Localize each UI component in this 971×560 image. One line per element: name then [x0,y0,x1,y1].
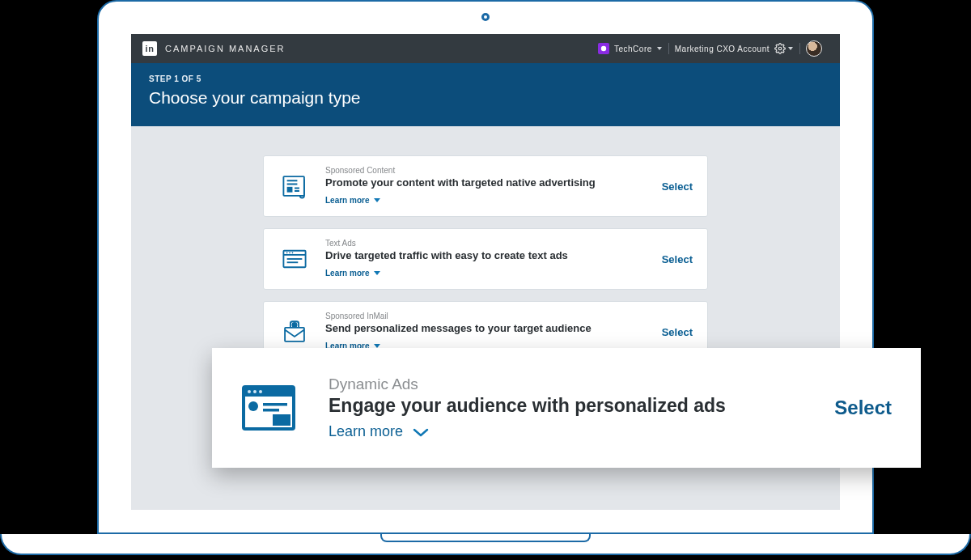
caret-down-icon [657,47,662,50]
gear-icon [774,43,786,54]
svg-text:in: in [293,323,296,327]
card-title: Send personalized messages to your targe… [325,322,647,334]
step-counter: STEP 1 OF 5 [149,74,822,83]
chevron-down-icon [374,198,380,202]
card-eyebrow: Sponsored InMail [325,312,647,320]
select-button[interactable]: Select [662,180,693,193]
svg-point-20 [248,390,251,393]
laptop-notch [380,534,591,542]
step-header: STEP 1 OF 5 Choose your campaign type [131,63,840,126]
app-title: CAMPAIGN MANAGER [165,44,286,53]
svg-point-0 [601,46,606,51]
select-button[interactable]: Select [662,326,693,338]
dynamic-ads-icon [236,382,301,434]
org-switcher[interactable]: TechCore [592,40,668,57]
svg-rect-5 [287,187,293,193]
select-button[interactable]: Select [834,397,892,419]
campaign-card-text-ads[interactable]: Text Ads Drive targeted traffic with eas… [263,228,708,290]
learn-more-link[interactable]: Learn more [325,196,380,205]
svg-point-10 [286,252,288,254]
org-name: TechCore [614,45,652,53]
page-title: Choose your campaign type [149,88,822,108]
card-eyebrow: Sponsored Content [325,166,647,175]
svg-point-23 [248,401,258,411]
org-badge-icon [598,43,609,54]
campaign-type-list: Sponsored Content Promote your content w… [263,155,708,363]
app-header: in CAMPAIGN MANAGER TechCore Marketing C… [131,34,840,63]
card-title: Promote your content with targeted nativ… [325,176,647,189]
svg-point-11 [289,252,290,254]
sponsored-inmail-icon: in [278,318,311,346]
learn-more-link[interactable]: Learn more [325,269,380,278]
card-eyebrow: Text Ads [325,239,647,248]
account-name: Marketing CXO Account [675,45,770,53]
chevron-down-icon [374,271,380,275]
avatar [806,40,822,57]
card-title: Engage your audience with personalized a… [329,395,807,417]
select-button[interactable]: Select [662,253,693,265]
svg-rect-15 [285,328,304,342]
card-title: Drive targeted traffic with easy to crea… [325,249,647,261]
camera-icon [481,13,490,21]
laptop-base [0,534,971,555]
svg-rect-2 [283,176,304,196]
sponsored-content-icon [278,172,311,200]
campaign-card-sponsored-content[interactable]: Sponsored Content Promote your content w… [263,155,708,217]
linkedin-logo-icon: in [142,41,157,56]
campaign-card-dynamic-ads[interactable]: Dynamic Ads Engage your audience with pe… [212,348,921,468]
svg-point-12 [292,252,294,254]
caret-down-icon [788,47,793,50]
svg-point-1 [778,47,782,50]
profile-menu[interactable] [799,40,829,57]
svg-point-21 [253,390,257,393]
account-switcher[interactable]: Marketing CXO Account [668,40,799,57]
svg-rect-26 [273,414,290,426]
svg-rect-19 [244,387,294,397]
card-eyebrow: Dynamic Ads [329,375,807,393]
text-ads-icon [278,245,311,273]
chevron-down-icon [413,426,429,438]
learn-more-link[interactable]: Learn more [329,423,429,440]
svg-rect-24 [263,403,287,406]
svg-rect-25 [263,409,279,412]
svg-point-22 [259,390,262,393]
